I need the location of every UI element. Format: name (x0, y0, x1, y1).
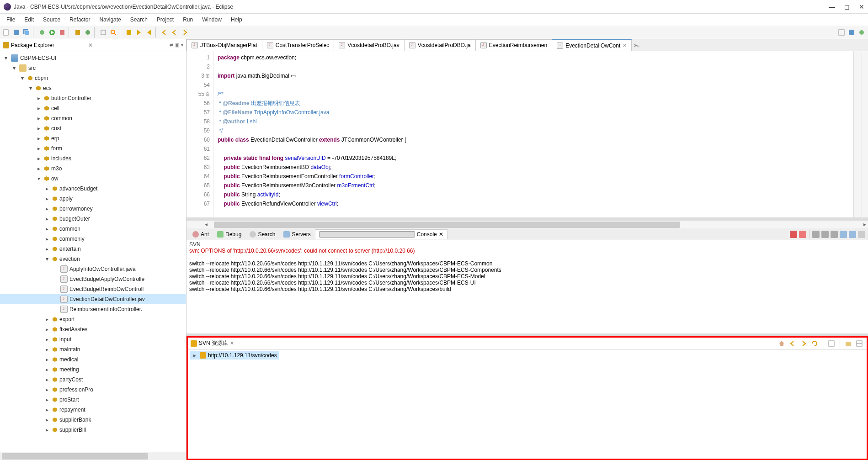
svn-collapse-icon[interactable] (828, 340, 835, 347)
clear-console-icon[interactable] (812, 231, 820, 238)
toggle-mark-button[interactable] (124, 28, 133, 37)
editor-tab[interactable]: EvectionDetailOwCont✕ (552, 39, 632, 51)
menu-run[interactable]: Run (178, 15, 197, 25)
tree-item[interactable]: ▾ecs (0, 83, 186, 93)
collapse-all-icon[interactable]: ▣ (175, 42, 179, 48)
bottom-tab-debug[interactable]: Debug (213, 229, 245, 239)
remove-all-icon[interactable] (799, 231, 806, 238)
tree-item[interactable]: ▸includes (0, 153, 186, 164)
tree-item[interactable]: ▾CBPM-ECS-UI (0, 53, 186, 63)
expand-icon[interactable]: ▸ (44, 427, 50, 433)
bottom-tab-servers[interactable]: Servers (279, 229, 314, 239)
menu-project[interactable]: Project (152, 15, 178, 25)
new-button[interactable] (2, 28, 11, 37)
view-close-button[interactable]: ✕ (88, 42, 93, 48)
package-explorer-tree[interactable]: ▾CBPM-ECS-UI▾src▾cbpm▾ecs▸buttionControl… (0, 51, 186, 452)
tree-item[interactable]: ▸professionPro (0, 385, 186, 395)
tree-item[interactable]: ▸erp (0, 133, 186, 143)
tree-item[interactable]: ▸supplierBank (0, 415, 186, 425)
tab-close-icon[interactable]: ✕ (439, 231, 443, 238)
perspective-java-button[interactable] (847, 28, 856, 37)
save-all-button[interactable] (22, 28, 31, 37)
tree-item[interactable]: ▸budgetOuter (0, 214, 186, 224)
expand-icon[interactable]: ▸ (44, 407, 50, 413)
tree-item[interactable]: ▸maintain (0, 344, 186, 354)
expand-icon[interactable]: ▸ (44, 226, 50, 232)
tree-item[interactable]: ▸common (0, 224, 186, 234)
tree-item[interactable]: ▸entertain (0, 244, 186, 254)
menu-edit[interactable]: Edit (20, 15, 38, 25)
expand-icon[interactable]: ▸ (44, 316, 50, 323)
console-menu-icon[interactable] (858, 231, 865, 238)
tree-item[interactable]: ▸meeting (0, 365, 186, 375)
svn-home-icon[interactable] (778, 340, 785, 347)
link-editor-icon[interactable]: ⇄ (170, 42, 173, 48)
tree-item[interactable]: ▾evection (0, 254, 186, 264)
save-button[interactable] (12, 28, 21, 37)
editor-horizontal-scrollbar[interactable]: ◂ ▸ (186, 220, 868, 228)
back-button[interactable] (170, 28, 179, 37)
minimize-button[interactable]: — (829, 3, 835, 11)
editor-tab[interactable]: JTBus-ObjManagerPlat (186, 39, 262, 51)
tree-item[interactable]: ▸commonly (0, 234, 186, 244)
svn-refresh-icon[interactable] (811, 340, 818, 347)
expand-icon[interactable]: ▸ (44, 236, 50, 242)
expand-icon[interactable]: ▸ (44, 356, 50, 363)
console-view[interactable]: SVN svn: OPTIONS of 'http://10.0.20.66/s… (186, 240, 868, 336)
tree-item[interactable]: ▸proStart (0, 395, 186, 405)
expand-icon[interactable]: ▾ (36, 175, 42, 182)
editor-tab[interactable]: VcostdetailProDBO.ja (404, 39, 476, 51)
pin-console-icon[interactable] (831, 231, 838, 238)
expand-icon[interactable]: ▸ (36, 145, 42, 152)
svn-forward-icon[interactable] (800, 340, 807, 347)
editor-area[interactable]: 123⊕5455⊖565758596061626364656667 packag… (186, 51, 868, 220)
svn-layout-icon[interactable] (856, 340, 863, 347)
tree-item[interactable]: ▸apply (0, 194, 186, 204)
expand-icon[interactable]: ▸ (44, 185, 50, 192)
expand-icon[interactable]: ▸ (44, 326, 50, 333)
more-tabs-button[interactable]: »₆ (631, 39, 642, 51)
expand-icon[interactable]: ▸ (44, 196, 50, 202)
expand-icon[interactable]: ▾ (11, 65, 17, 71)
tree-horizontal-scrollbar[interactable] (0, 452, 186, 460)
tree-item[interactable]: ▸cell (0, 103, 186, 113)
search-button[interactable] (109, 28, 118, 37)
menu-window[interactable]: Window (197, 15, 226, 25)
tree-item[interactable]: ▸fixedAsstes (0, 324, 186, 334)
new-package-button[interactable] (73, 28, 82, 37)
editor-tab[interactable]: VcostdetailProBO.jav (334, 39, 404, 51)
display-selected-icon[interactable] (840, 231, 847, 238)
tree-item[interactable]: EvectionDetailOwController.jav (0, 294, 186, 304)
menu-source[interactable]: Source (38, 15, 65, 25)
expand-icon[interactable]: ▸ (44, 336, 50, 343)
bottom-tab-console[interactable]: Console ✕ (315, 229, 447, 239)
tree-item[interactable]: ▸m3o (0, 164, 186, 174)
tree-item[interactable]: ReimbursementInfoController. (0, 304, 186, 314)
menu-file[interactable]: File (2, 15, 20, 25)
expand-icon[interactable]: ▸ (36, 165, 42, 172)
expand-icon[interactable]: ▸ (44, 417, 50, 423)
menu-navigate[interactable]: Navigate (95, 15, 125, 25)
forward-button[interactable] (180, 28, 189, 37)
open-type-button[interactable] (99, 28, 108, 37)
expand-icon[interactable]: ▾ (27, 85, 34, 91)
expand-icon[interactable]: ▸ (192, 352, 198, 359)
expand-icon[interactable]: ▾ (19, 75, 26, 81)
tree-item[interactable]: ▸export (0, 314, 186, 324)
expand-icon[interactable]: ▸ (44, 346, 50, 353)
tree-item[interactable]: ▸advanceBudget (0, 184, 186, 194)
bottom-tab-ant[interactable]: Ant (188, 229, 213, 239)
next-annotation-button[interactable] (134, 28, 144, 37)
expand-icon[interactable]: ▾ (3, 55, 9, 61)
expand-icon[interactable]: ▸ (44, 366, 50, 373)
svn-repo-item[interactable]: ▸ http://10.1.129.11/svn/codes (190, 351, 279, 360)
expand-icon[interactable]: ▸ (44, 206, 50, 212)
expand-icon[interactable]: ▾ (44, 256, 50, 262)
perspective-button-1[interactable] (837, 28, 846, 37)
tree-item[interactable]: EvectBudgetApplyOwControlle (0, 274, 186, 284)
tree-item[interactable]: ▸form (0, 143, 186, 153)
menu-search[interactable]: Search (126, 15, 152, 25)
tree-item[interactable]: ▾src (0, 63, 186, 73)
tree-item[interactable]: ▸input (0, 334, 186, 344)
scroll-lock-icon[interactable] (821, 231, 829, 238)
